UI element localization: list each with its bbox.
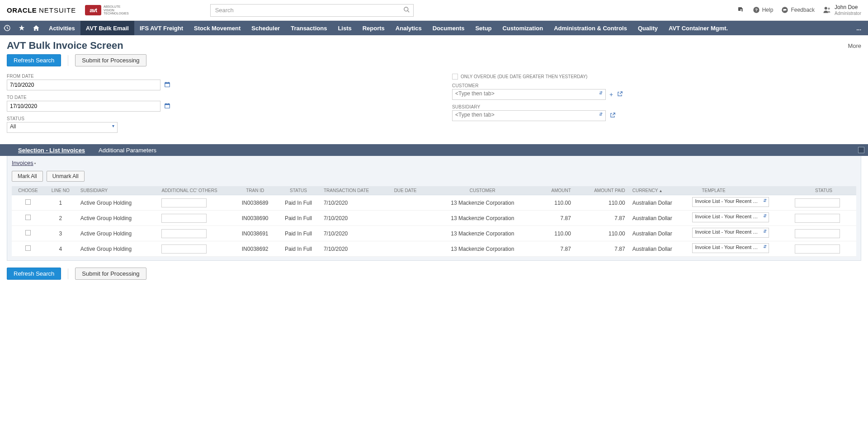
nav-item-customization[interactable]: Customization [497, 21, 549, 35]
cell-currency: Australian Dollar [629, 195, 689, 211]
template-select[interactable]: Invoice List - Your Recent Invoic⇵ [692, 243, 769, 253]
nav-item-administration-controls[interactable]: Administration & Controls [548, 21, 632, 35]
nav-overflow[interactable]: ... [849, 25, 868, 32]
submit-processing-button-bottom[interactable]: Submit for Processing [75, 268, 146, 280]
tab-view-toggle[interactable] [858, 147, 868, 153]
status-select[interactable]: All ▾ [7, 122, 118, 133]
additional-cc-input[interactable] [161, 229, 207, 238]
customer-select[interactable]: <Type then tab> ⇵ [452, 89, 606, 100]
col-subsidiary[interactable]: SUBSIDIARY [77, 186, 158, 195]
nav-item-stock-movement[interactable]: Stock Movement [189, 21, 246, 35]
search-icon[interactable] [403, 6, 410, 14]
submit-processing-button[interactable]: Submit for Processing [75, 54, 146, 66]
row-status-input[interactable] [795, 214, 840, 223]
row-status-input[interactable] [795, 229, 840, 238]
row-status-input[interactable] [795, 198, 840, 207]
tab-additional-params[interactable]: Additional Parameters [92, 144, 163, 156]
svg-point-8 [825, 7, 827, 10]
subsidiary-label: SUBSIDIARY [452, 104, 623, 109]
to-date-input[interactable] [7, 101, 160, 112]
row-checkbox[interactable] [25, 245, 31, 251]
col-addcc[interactable]: ADDITIONAL CC' OTHERS [158, 186, 233, 195]
nav-item-avt-bulk-email[interactable]: AVT Bulk Email [80, 21, 134, 35]
nav-item-ifs-avt-freight[interactable]: IFS AVT Freight [134, 21, 189, 35]
col-status[interactable]: STATUS [277, 186, 320, 195]
nav-item-documents[interactable]: Documents [427, 21, 470, 35]
col-tran-id[interactable]: TRAN ID [233, 186, 277, 195]
feedback-link[interactable]: Feedback [781, 6, 815, 14]
additional-cc-input[interactable] [161, 198, 207, 207]
more-link[interactable]: More [848, 42, 861, 49]
only-overdue-checkbox[interactable] [452, 74, 458, 80]
cell-subsidiary: Active Group Holding [77, 211, 158, 226]
additional-cc-input[interactable] [161, 214, 207, 223]
col-amount-paid[interactable]: AMOUNT PAID [575, 186, 629, 195]
col-amount[interactable]: AMOUNT [531, 186, 575, 195]
nav-item-setup[interactable]: Setup [470, 21, 497, 35]
cell-amount-paid: 7.87 [575, 241, 629, 257]
col-line-no[interactable]: LINE NO [44, 186, 77, 195]
refresh-search-button-bottom[interactable]: Refresh Search [7, 268, 61, 280]
create-new-icon[interactable] [737, 6, 745, 14]
nav-item-lists[interactable]: Lists [332, 21, 357, 35]
refresh-search-button[interactable]: Refresh Search [7, 54, 61, 66]
nav-item-quality[interactable]: Quality [632, 21, 663, 35]
home-icon[interactable] [29, 21, 43, 35]
table-row: 4Active Group HoldingIN0038692Paid In Fu… [12, 241, 856, 257]
nav-item-reports[interactable]: Reports [357, 21, 390, 35]
help-link[interactable]: ? Help [753, 6, 774, 14]
nav-item-avt-container-mgmt-[interactable]: AVT Container Mgmt. [663, 21, 733, 35]
mark-all-button[interactable]: Mark All [12, 171, 43, 182]
cell-subsidiary: Active Group Holding [77, 195, 158, 211]
invoices-sublist-label[interactable]: Invoices [12, 160, 33, 166]
netsuite-text: NETSUITE [39, 6, 76, 14]
col-template[interactable]: TEMPLATE [689, 186, 792, 195]
cell-currency: Australian Dollar [629, 226, 689, 241]
col-rstatus[interactable]: STATUS [791, 186, 856, 195]
cell-customer: 13 Mackenzie Corporation [434, 211, 531, 226]
from-date-input[interactable] [7, 80, 160, 90]
status-label: STATUS [7, 116, 434, 121]
cell-customer: 13 Mackenzie Corporation [434, 226, 531, 241]
unmark-all-button[interactable]: Unmark All [47, 171, 85, 182]
col-due-date[interactable]: DUE DATE [391, 186, 434, 195]
open-icon[interactable] [617, 91, 623, 99]
nav-item-activities[interactable]: Activities [43, 21, 80, 35]
additional-cc-input[interactable] [161, 244, 207, 254]
template-select[interactable]: Invoice List - Your Recent Invoic⇵ [692, 212, 769, 222]
cell-amount-paid: 110.00 [575, 195, 629, 211]
tab-selection-list[interactable]: Selection - List Invoices [11, 144, 92, 156]
calendar-icon[interactable] [164, 81, 170, 89]
template-select[interactable]: Invoice List - Your Recent Invoic⇵ [692, 197, 769, 207]
nav-item-scheduler[interactable]: Scheduler [246, 21, 285, 35]
cell-amount: 110.00 [531, 226, 575, 241]
col-customer[interactable]: CUSTOMER [434, 186, 531, 195]
col-txn-date[interactable]: TRANSACTION DATE [320, 186, 391, 195]
calendar-icon[interactable] [164, 103, 170, 110]
row-checkbox[interactable] [25, 230, 31, 235]
nav-item-transactions[interactable]: Transactions [285, 21, 332, 35]
user-role: Administrator [835, 11, 861, 16]
subsidiary-select[interactable]: <Type then tab> ⇵ [452, 110, 606, 121]
avt-logo: avt ABSOLUTE VISION TECHNOLOGIES [85, 5, 128, 15]
recent-records-icon[interactable] [0, 21, 14, 35]
search-input[interactable] [210, 4, 414, 17]
row-checkbox[interactable] [25, 199, 31, 205]
dropdown-icon: ▾ [112, 124, 114, 127]
template-select[interactable]: Invoice List - Your Recent Invoic⇵ [692, 228, 769, 238]
row-status-input[interactable] [795, 244, 840, 254]
col-currency[interactable]: CURRENCY [629, 186, 689, 195]
favorites-icon[interactable] [14, 21, 29, 35]
col-choose[interactable]: CHOOSE [12, 186, 44, 195]
user-menu[interactable]: John Doe Administrator [823, 4, 861, 16]
dropdown-icon: ⇵ [763, 245, 767, 248]
cell-tran-id: IN0038692 [233, 241, 277, 257]
nav-item-analytics[interactable]: Analytics [390, 21, 427, 35]
svg-rect-16 [165, 103, 170, 104]
row-checkbox[interactable] [25, 215, 31, 220]
dropdown-icon: ⇵ [763, 199, 767, 202]
cell-line-no: 2 [44, 211, 77, 226]
open-icon[interactable] [609, 112, 616, 120]
cell-tran-id: IN0038690 [233, 211, 277, 226]
add-icon[interactable]: + [609, 91, 613, 98]
